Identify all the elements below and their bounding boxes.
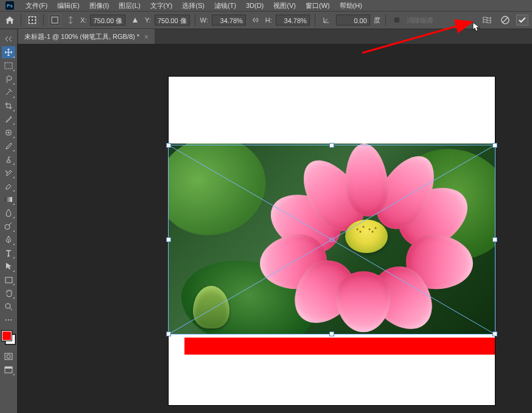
x-value[interactable]: 750.00 像 [90, 15, 125, 26]
cancel-transform-icon[interactable] [499, 14, 511, 26]
w-label: W: [200, 16, 208, 24]
svg-point-24 [10, 319, 12, 321]
svg-rect-13 [394, 17, 400, 23]
warp-mode-icon[interactable] [481, 14, 493, 26]
menu-help[interactable]: 帮助(H) [335, 0, 367, 12]
placed-image[interactable] [169, 144, 495, 335]
eraser-tool[interactable] [2, 180, 15, 192]
tool-panel [0, 29, 17, 413]
options-bar: X: 750.00 像 Y: 750.00 像 W: 34.78% H: 34.… [0, 11, 532, 29]
angle-value[interactable]: 0.00 [336, 15, 370, 26]
antialias-checkbox[interactable] [391, 14, 403, 26]
svg-rect-12 [52, 17, 58, 23]
magic-wand-tool[interactable] [2, 86, 15, 99]
document-tab[interactable]: 未标题-1 @ 100% (钢笔工具, RGB/8) * × [18, 29, 155, 44]
canvas-workspace[interactable] [17, 44, 532, 413]
menu-bar: Ps 文件(F) 编辑(E) 图像(I) 图层(L) 文字(Y) 选择(S) 滤… [0, 0, 532, 11]
eyedropper-tool[interactable] [2, 113, 15, 125]
link-wh-icon[interactable] [250, 14, 262, 26]
color-swatch[interactable] [2, 331, 15, 344]
document-tab-title: 未标题-1 @ 100% (钢笔工具, RGB/8) * [24, 32, 139, 41]
app-icon: Ps [5, 1, 15, 10]
svg-rect-10 [32, 23, 33, 24]
svg-rect-6 [29, 19, 30, 21]
antialias-label: 消除锯齿 [407, 16, 433, 25]
svg-rect-5 [35, 16, 36, 18]
crop-tool[interactable] [2, 100, 15, 112]
swap-xy-icon[interactable] [65, 14, 77, 26]
svg-rect-28 [5, 367, 12, 369]
marquee-tool[interactable] [2, 60, 15, 72]
x-label: X: [80, 16, 86, 24]
red-shape-layer [184, 338, 495, 355]
svg-point-26 [7, 355, 10, 358]
hand-tool[interactable] [2, 287, 15, 299]
angle-icon [320, 14, 332, 26]
svg-rect-17 [6, 130, 11, 135]
edit-toolbar-icon[interactable] [2, 314, 15, 326]
lasso-tool[interactable] [2, 73, 15, 85]
history-brush-tool[interactable] [2, 167, 15, 179]
svg-rect-16 [5, 63, 12, 69]
svg-point-22 [5, 319, 7, 321]
commit-transform-button[interactable] [516, 15, 528, 26]
svg-rect-8 [35, 19, 36, 21]
close-tab-icon[interactable]: × [144, 33, 149, 41]
relative-position-icon[interactable] [49, 14, 61, 26]
svg-rect-18 [5, 197, 12, 202]
svg-rect-20 [5, 277, 12, 283]
type-tool[interactable] [2, 247, 15, 259]
svg-point-19 [5, 224, 10, 229]
move-tool[interactable] [2, 46, 15, 58]
w-value[interactable]: 34.78% [212, 15, 246, 26]
svg-rect-9 [29, 23, 30, 24]
path-select-tool[interactable] [2, 260, 15, 272]
svg-line-15 [503, 18, 508, 23]
menu-edit[interactable]: 编辑(E) [52, 0, 85, 12]
document-tab-strip: 未标题-1 @ 100% (钢笔工具, RGB/8) * × [0, 29, 532, 44]
menu-file[interactable]: 文件(F) [21, 0, 52, 12]
pen-tool[interactable] [2, 234, 15, 246]
brush-tool[interactable] [2, 140, 15, 152]
svg-rect-7 [32, 19, 33, 21]
menu-window[interactable]: 窗口(W) [301, 0, 335, 12]
menu-select[interactable]: 选择(S) [177, 0, 209, 12]
gradient-tool[interactable] [2, 193, 15, 206]
menu-3d[interactable]: 3D(D) [241, 1, 268, 10]
svg-text:Ps: Ps [7, 3, 13, 9]
clone-stamp-tool[interactable] [2, 153, 15, 165]
tab-toggle-icon[interactable] [2, 33, 15, 45]
healing-brush-tool[interactable] [2, 127, 15, 139]
quick-mask-icon[interactable] [2, 350, 15, 363]
triangle-y-icon [129, 14, 141, 26]
svg-rect-27 [5, 367, 12, 373]
svg-rect-4 [32, 16, 33, 18]
shape-tool[interactable] [2, 274, 15, 286]
menu-image[interactable]: 图像(I) [85, 0, 114, 12]
svg-rect-25 [5, 353, 12, 359]
transform-ref-point-icon[interactable] [26, 14, 38, 26]
angle-unit: 度 [374, 16, 380, 25]
menu-type[interactable]: 文字(Y) [145, 0, 178, 12]
dodge-tool[interactable] [2, 220, 15, 232]
menu-layer[interactable]: 图层(L) [114, 0, 145, 12]
svg-point-23 [8, 319, 9, 321]
blur-tool[interactable] [2, 207, 15, 219]
y-value[interactable]: 750.00 像 [155, 15, 190, 26]
svg-point-21 [5, 304, 10, 308]
menu-filter[interactable]: 滤镜(T) [209, 0, 241, 12]
menu-view[interactable]: 视图(V) [268, 0, 301, 12]
h-value[interactable]: 34.78% [276, 15, 310, 26]
home-icon[interactable] [4, 14, 16, 26]
y-label: Y: [145, 16, 151, 24]
foreground-color-swatch[interactable] [2, 331, 12, 341]
svg-rect-11 [35, 23, 36, 24]
zoom-tool[interactable] [2, 300, 15, 313]
svg-rect-3 [29, 16, 30, 18]
h-label: H: [265, 16, 272, 24]
screen-mode-icon[interactable] [2, 364, 15, 376]
